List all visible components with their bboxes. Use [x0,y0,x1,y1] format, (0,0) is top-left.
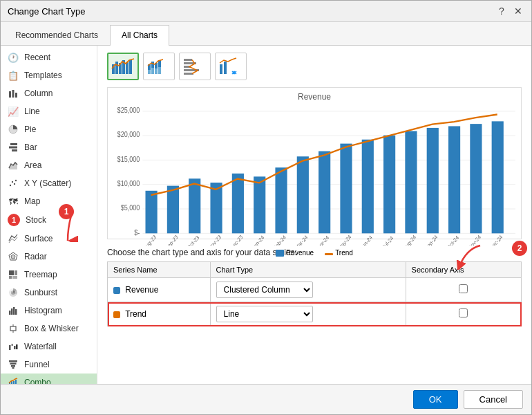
svg-rect-58 [220,64,222,74]
sidebar-item-pie[interactable]: Pie [1,120,97,138]
table-row-trend: Trend Clustered Column Stacked Column Li… [108,302,522,326]
trend-chart-type-select[interactable]: Clustered Column Stacked Column Line Bar… [216,306,313,322]
svg-rect-15 [15,270,17,275]
svg-rect-53 [184,59,192,61]
svg-rect-83 [383,136,395,234]
sidebar-item-combo[interactable]: Combo [1,374,97,384]
radar-icon [8,251,19,262]
annotation-1: 1 [59,204,74,219]
title-bar: Change Chart Type ? ✕ [1,1,531,22]
svg-rect-52 [158,67,161,74]
trend-chart-type-cell: Clustered Column Stacked Column Line Bar… [210,302,406,326]
revenue-color-dot [113,287,120,294]
svg-text:Sep-24: Sep-24 [424,233,439,246]
sidebar-item-waterfall[interactable]: Waterfall [1,338,97,356]
svg-rect-30 [16,344,18,349]
boxwhisker-icon [8,323,19,334]
col-header-chart-type: Chart Type [210,262,406,278]
svg-marker-7 [9,163,17,169]
sidebar-item-funnel[interactable]: Funnel [1,356,97,374]
revenue-chart-type-select[interactable]: Clustered Column Stacked Column Line Bar… [216,282,313,298]
series-table: Series Name Chart Type Secondary Axis Re… [107,261,522,326]
svg-text:Jul-24: Jul-24 [381,234,395,246]
sidebar-item-area[interactable]: Area [1,156,97,174]
line-icon: 📈 [8,106,19,117]
svg-text:$-: $- [134,228,140,237]
svg-text:$15,000: $15,000 [117,155,140,163]
svg-text:Dec-24: Dec-24 [488,233,504,246]
svg-text:Sep-23: Sep-23 [164,234,179,246]
sidebar-item-templates[interactable]: 📋 Templates [1,66,97,84]
close-button[interactable]: ✕ [512,5,524,17]
svg-rect-29 [14,346,16,349]
revenue-chart-type-cell: Clustered Column Stacked Column Line Bar… [210,278,406,302]
svg-rect-88 [492,121,504,233]
svg-rect-0 [9,91,11,98]
help-button[interactable]: ? [495,5,508,17]
col-header-series-name: Series Name [108,262,211,278]
sunburst-icon [8,287,19,298]
sidebar-item-sunburst[interactable]: Sunburst [1,284,97,302]
sidebar-item-map[interactable]: 🗺 Map [1,192,97,210]
combo-icon [8,377,19,384]
trend-secondary-axis-checkbox[interactable] [459,308,468,317]
svg-rect-19 [9,311,11,315]
chart-preview: Revenue $25,000 $20,000 $15,000 $10,000 … [107,87,522,239]
sidebar-item-radar[interactable]: Radar [1,248,97,266]
svg-point-10 [14,183,15,185]
svg-rect-76 [232,174,244,234]
combo-type-clustered-col-line[interactable] [107,53,139,80]
tab-recommended[interactable]: Recommended Charts [3,25,110,45]
recent-icon: 🕐 [8,52,19,63]
sidebar-item-boxwhisker[interactable]: Box & Whisker [1,320,97,338]
svg-rect-73 [167,186,179,234]
svg-rect-22 [15,309,17,315]
revenue-secondary-axis-cell [406,278,521,302]
svg-rect-31 [9,360,17,362]
svg-text:May-24: May-24 [337,233,353,246]
legend-trend: Trend [325,249,353,257]
combo-type-stacked-col-line[interactable] [143,53,175,80]
svg-rect-4 [10,143,17,145]
stock-badge: 1 [8,214,20,226]
svg-text:Oct-23: Oct-23 [186,234,200,246]
revenue-secondary-axis-checkbox[interactable] [459,284,468,293]
svg-rect-84 [405,131,417,233]
svg-point-8 [10,185,11,186]
svg-text:Jun-24: Jun-24 [359,234,374,246]
combo-type-custom[interactable] [215,53,247,80]
change-chart-type-dialog: Change Chart Type ? ✕ Recommended Charts… [0,0,532,415]
pie-icon [8,124,19,135]
sidebar-item-recent[interactable]: 🕐 Recent [1,48,97,66]
svg-rect-5 [9,147,17,149]
svg-rect-17 [12,276,17,279]
svg-text:Jan-24: Jan-24 [251,234,266,246]
bar-icon [8,142,19,153]
sidebar-item-histogram[interactable]: Histogram [1,302,97,320]
trend-color-dot [113,311,120,318]
cancel-button[interactable]: Cancel [464,390,523,409]
sidebar-item-scatter[interactable]: X Y (Scatter) [1,174,97,192]
legend-trend-color [325,253,333,255]
map-icon: 🗺 [8,196,19,207]
svg-text:$5,000: $5,000 [121,204,140,212]
column-icon [8,88,19,99]
sidebar-item-treemap[interactable]: Treemap [1,266,97,284]
combo-type-bar-line[interactable] [179,53,211,80]
sidebar-item-line[interactable]: 📈 Line [1,102,97,120]
table-row-revenue: Revenue Clustered Column Stacked Column … [108,278,522,302]
svg-rect-21 [13,307,15,315]
svg-text:Nov-23: Nov-23 [207,234,222,246]
svg-rect-14 [9,270,14,275]
svg-rect-57 [184,73,193,75]
templates-icon: 📋 [8,70,19,81]
svg-text:$10,000: $10,000 [117,179,140,187]
tab-all-charts[interactable]: All Charts [110,25,169,46]
main-content: 🕐 Recent 📋 Templates Column 📈 Line [1,46,531,384]
svg-rect-75 [210,183,222,233]
svg-rect-78 [275,167,287,233]
sidebar-item-column[interactable]: Column [1,84,97,102]
svg-point-11 [15,180,17,181]
sidebar-item-bar[interactable]: Bar [1,138,97,156]
ok-button[interactable]: OK [413,390,458,409]
